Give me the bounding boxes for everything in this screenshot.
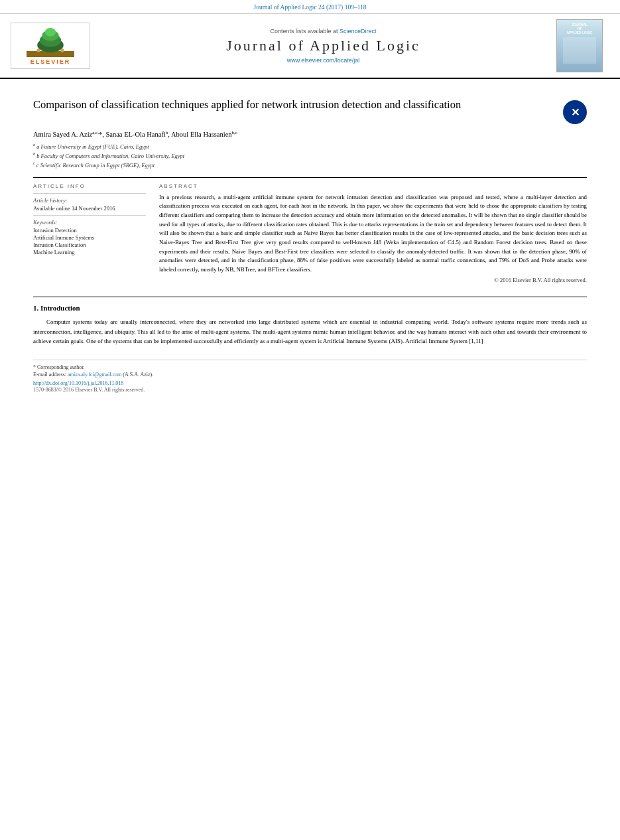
page-header: ELSEVIER Contents lists available at Sci…	[0, 14, 620, 79]
elsevier-tree-icon	[24, 27, 77, 57]
keyword-4: Machine Learning	[33, 249, 146, 255]
svg-point-7	[60, 48, 64, 52]
elsevier-logo-section: ELSEVIER	[11, 23, 97, 69]
authors-line: Amira Sayed A. Aziza,c,*, Sanaa EL-Ola H…	[33, 129, 587, 138]
author3: Aboul Ella Hassanienb,c	[171, 131, 237, 138]
article-body: ARTICLE INFO Article history: Available …	[33, 183, 587, 284]
email-suffix: (A.S.A. Aziz).	[123, 372, 153, 378]
info-divider-2	[33, 215, 146, 216]
contents-line: Contents lists available at ScienceDirec…	[103, 28, 543, 35]
journal-url[interactable]: www.elsevier.com/locate/jal	[103, 57, 543, 64]
introduction-paragraph: Computer systems today are usually inter…	[33, 317, 587, 346]
affiliation-b: b b Faculty of Computers and Information…	[33, 151, 587, 161]
abstract-label: ABSTRACT	[159, 183, 587, 189]
introduction-section: 1. Introduction Computer systems today a…	[33, 297, 587, 346]
affiliations: a a Future University in Egypt (FUE), Ca…	[33, 142, 587, 171]
svg-point-5	[45, 27, 56, 36]
sciencedirect-link[interactable]: ScienceDirect	[340, 28, 377, 35]
crossmark-badge[interactable]: ✕	[563, 100, 587, 124]
abstract-copyright: © 2016 Elsevier B.V. All rights reserved…	[159, 277, 587, 283]
keyword-2: Artificial Immune Systems	[33, 234, 146, 241]
elsevier-label: ELSEVIER	[31, 58, 71, 65]
corresponding-note: * Corresponding author.	[33, 364, 587, 370]
abstract-text: In a previous research, a multi-agent ar…	[159, 193, 587, 275]
article-info-label: ARTICLE INFO	[33, 183, 146, 189]
affiliation-c: c c Scientific Research Group in Egypt (…	[33, 161, 587, 170]
footer-area: * Corresponding author. E-mail address: …	[33, 360, 587, 397]
doi-link[interactable]: http://dx.doi.org/10.1016/j.jal.2016.11.…	[33, 380, 587, 386]
article-history-value: Available online 14 November 2016	[33, 205, 146, 212]
email-footnote: E-mail address: amira.aly.fci@gmail.com …	[33, 372, 587, 378]
main-content: Comparison of classification techniques …	[0, 79, 620, 403]
issn-text: 1570-8683/© 2016 Elsevier B.V. All right…	[33, 387, 587, 393]
paper-title-section: Comparison of classification techniques …	[33, 98, 587, 124]
info-divider-1	[33, 193, 146, 194]
paper-title: Comparison of classification techniques …	[33, 98, 563, 112]
abstract-column: ABSTRACT In a previous research, a multi…	[159, 183, 587, 284]
crossmark-icon: ✕	[571, 106, 580, 119]
journal-cover-image: JOURNAL OF APPLIED LOGIC	[556, 19, 603, 72]
author2: Sanaa EL-Ola Hanafib	[105, 131, 168, 138]
cover-title-line3: APPLIED LOGIC	[567, 31, 593, 35]
article-info-column: ARTICLE INFO Article history: Available …	[33, 183, 146, 284]
journal-ref-text: Journal of Applied Logic 24 (2017) 109–1…	[253, 4, 366, 11]
title-body-divider	[33, 177, 587, 178]
journal-title: Journal of Applied Logic	[103, 37, 543, 54]
keyword-3: Intrusion Classification	[33, 242, 146, 248]
elsevier-logo-box: ELSEVIER	[11, 23, 90, 69]
affiliation-a: a a Future University in Egypt (FUE), Ca…	[33, 142, 587, 151]
article-history-label: Article history:	[33, 197, 146, 204]
email-label: E-mail address:	[33, 372, 66, 378]
keyword-1: Intrusion Detection	[33, 227, 146, 234]
introduction-heading: 1. Introduction	[33, 304, 587, 312]
author-email[interactable]: amira.aly.fci@gmail.com	[68, 372, 121, 378]
journal-reference-bar: Journal of Applied Logic 24 (2017) 109–1…	[0, 0, 620, 14]
header-center: Contents lists available at ScienceDirec…	[103, 28, 543, 64]
header-right: JOURNAL OF APPLIED LOGIC	[550, 19, 609, 72]
keywords-label: Keywords:	[33, 219, 146, 226]
svg-point-6	[36, 48, 40, 52]
cover-decoration	[563, 37, 596, 64]
author1: Amira Sayed A. Aziza,c,*	[33, 131, 102, 138]
